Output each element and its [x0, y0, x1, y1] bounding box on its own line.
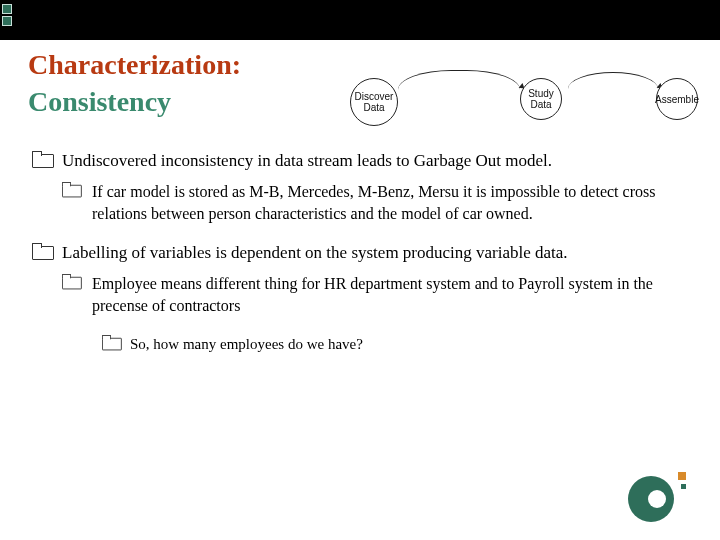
- flow-node-label: Discover Data: [351, 91, 397, 113]
- folder-bullet-icon: [62, 275, 80, 288]
- slide-title: Characterization: Consistency: [28, 48, 241, 121]
- bullet-text: Labelling of variables is dependent on t…: [62, 243, 568, 262]
- bullet-text: Undiscovered inconsistency in data strea…: [62, 151, 552, 170]
- flow-arc: [568, 72, 658, 106]
- bullet-level-1: Labelling of variables is dependent on t…: [32, 242, 692, 265]
- flow-node-study: Study Data: [520, 78, 562, 120]
- folder-bullet-icon: [32, 244, 52, 258]
- title-line-1: Characterization:: [28, 48, 241, 82]
- bullet-level-3: So, how many employees do we have?: [102, 334, 692, 354]
- bullet-level-1: Undiscovered inconsistency in data strea…: [32, 150, 692, 173]
- flow-node-label: Assemble: [655, 94, 699, 105]
- bullet-level-2: Employee means different thing for HR de…: [62, 273, 692, 316]
- top-bar: [0, 0, 720, 40]
- flow-arc: [398, 70, 520, 110]
- flow-node-assemble: Assemble: [656, 78, 698, 120]
- slide-body: Undiscovered inconsistency in data strea…: [32, 150, 692, 355]
- folder-bullet-icon: [102, 336, 120, 349]
- title-line-2: Consistency: [28, 82, 241, 121]
- process-flow-diagram: Discover Data Study Data Assemble: [342, 68, 712, 140]
- slide: Characterization: Consistency Discover D…: [0, 0, 720, 540]
- bullet-text: If car model is stored as M-B, Mercedes,…: [92, 183, 655, 222]
- window-control-icon: [2, 4, 16, 26]
- folder-bullet-icon: [32, 152, 52, 166]
- flow-node-label: Study Data: [521, 88, 561, 110]
- folder-bullet-icon: [62, 183, 80, 196]
- brand-logo-icon: [628, 472, 686, 520]
- bullet-text: So, how many employees do we have?: [130, 336, 363, 352]
- bullet-text: Employee means different thing for HR de…: [92, 275, 653, 314]
- flow-node-discover: Discover Data: [350, 78, 398, 126]
- bullet-level-2: If car model is stored as M-B, Mercedes,…: [62, 181, 692, 224]
